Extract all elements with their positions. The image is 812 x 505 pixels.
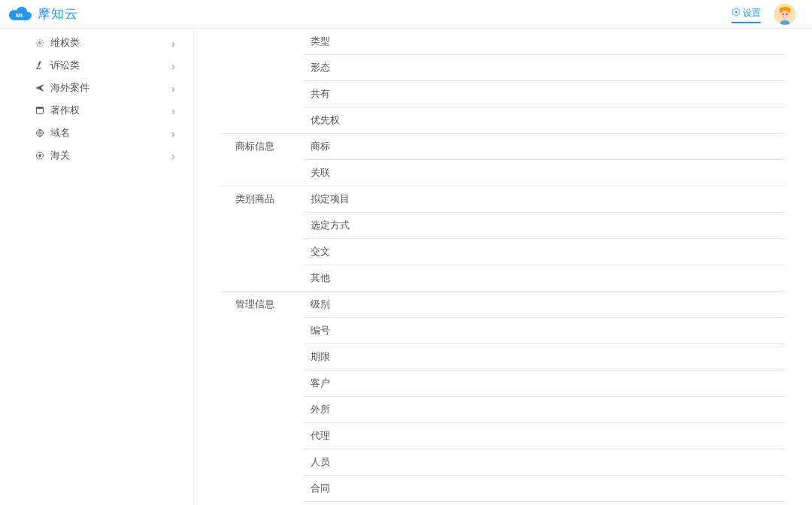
gear-icon [732,8,741,19]
sidebar-item-2[interactable]: 海外案件› [0,77,193,99]
brand-text: 摩知云 [38,5,78,23]
field-label: 级别 [303,292,786,318]
field-label: 账单 [303,502,786,506]
field-label: 商标 [303,134,786,160]
field-label: 人员 [303,449,786,476]
table-row[interactable]: 类型 [220,29,786,55]
svg-rect-7 [35,68,41,69]
field-label: 形态 [303,55,786,81]
copyright-icon [35,106,44,116]
svg-rect-9 [36,107,43,109]
field-label: 代理 [303,423,786,449]
table-row[interactable]: 编号 [220,318,786,344]
sidebar-item-0[interactable]: 维权类› [0,32,193,54]
svg-rect-6 [38,61,41,65]
field-label: 编号 [303,318,786,344]
customs-icon [35,151,44,161]
field-label: 关联 [303,160,786,186]
chevron-right-icon: › [171,37,175,50]
sidebar-item-4[interactable]: 域名› [0,122,193,144]
table-row[interactable]: 形态 [220,55,786,81]
gear-icon [35,38,44,48]
table-row[interactable]: 客户 [220,370,786,397]
table-row[interactable]: 选定方式 [220,213,786,239]
table-row[interactable]: 人员 [220,449,786,476]
field-label: 合同 [303,476,786,502]
field-label: 交文 [303,239,786,265]
main: 维权类›诉讼类›海外案件›著作权›域名›海关› 类型形态共有优先权商标信息商标关… [0,29,812,505]
sidebar-item-1[interactable]: 诉讼类› [0,54,193,77]
field-label: 拟定项目 [303,186,786,213]
sidebar-item-label: 著作权 [50,104,80,117]
field-label: 其他 [303,265,786,292]
field-label: 优先权 [303,107,786,134]
sidebar-item-label: 域名 [50,126,70,140]
group-label [220,29,303,134]
sidebar-item-3[interactable]: 著作权› [0,99,193,122]
table-row[interactable]: 期限 [220,344,786,370]
table-row[interactable]: 商标信息商标 [220,134,786,160]
field-label: 选定方式 [303,213,786,239]
group-label: 管理信息 [220,292,303,506]
field-label: 客户 [303,370,786,397]
svg-point-2 [780,11,789,20]
field-label: 共有 [303,81,786,107]
avatar[interactable] [774,4,795,25]
chevron-right-icon: › [171,150,175,162]
table-row[interactable]: 关联 [220,160,786,186]
settings-label: 设置 [743,7,761,20]
field-label: 外所 [303,397,786,423]
table-row[interactable]: 类别商品拟定项目 [220,186,786,213]
chevron-right-icon: › [171,104,175,117]
sidebar-item-5[interactable]: 海关› [0,144,193,167]
sidebar: 维权类›诉讼类›海外案件›著作权›域名›海关› [0,29,194,505]
sidebar-item-label: 海外案件 [50,81,89,95]
svg-point-12 [38,154,41,157]
svg-point-5 [38,42,41,44]
group-label: 类别商品 [220,186,303,292]
table-row[interactable]: 其他 [220,265,786,292]
svg-point-4 [786,14,788,15]
table-row[interactable]: 合同 [220,476,786,502]
chevron-right-icon: › [171,59,175,72]
table-row[interactable]: 代理 [220,423,786,449]
header: Mi 摩知云 设置 [0,0,812,29]
field-label: 类型 [303,29,786,55]
gavel-icon [35,61,44,71]
table-row[interactable]: 共有 [220,81,786,107]
content: 类型形态共有优先权商标信息商标关联类别商品拟定项目选定方式交文其他管理信息级别编… [194,29,812,505]
brand[interactable]: Mi 摩知云 [8,5,78,23]
chevron-right-icon: › [171,127,175,140]
table-row[interactable]: 优先权 [220,107,786,134]
header-actions: 设置 [732,4,795,25]
plane-icon [35,83,44,93]
table-row[interactable]: 管理信息级别 [220,292,786,318]
chevron-right-icon: › [171,82,175,95]
sidebar-item-label: 海关 [50,149,70,162]
config-table: 类型形态共有优先权商标信息商标关联类别商品拟定项目选定方式交文其他管理信息级别编… [220,29,786,505]
settings-link[interactable]: 设置 [732,7,761,23]
table-row[interactable]: 账单 [220,502,786,506]
field-label: 期限 [303,344,786,370]
table-row[interactable]: 外所 [220,397,786,423]
brand-logo-icon: Mi [8,6,33,23]
sidebar-item-label: 维权类 [50,36,80,50]
table-row[interactable]: 交文 [220,239,786,265]
sidebar-item-label: 诉讼类 [50,59,80,72]
svg-point-3 [783,14,784,15]
svg-text:Mi: Mi [16,12,23,19]
globe-icon [35,129,44,138]
group-label: 商标信息 [220,134,303,186]
